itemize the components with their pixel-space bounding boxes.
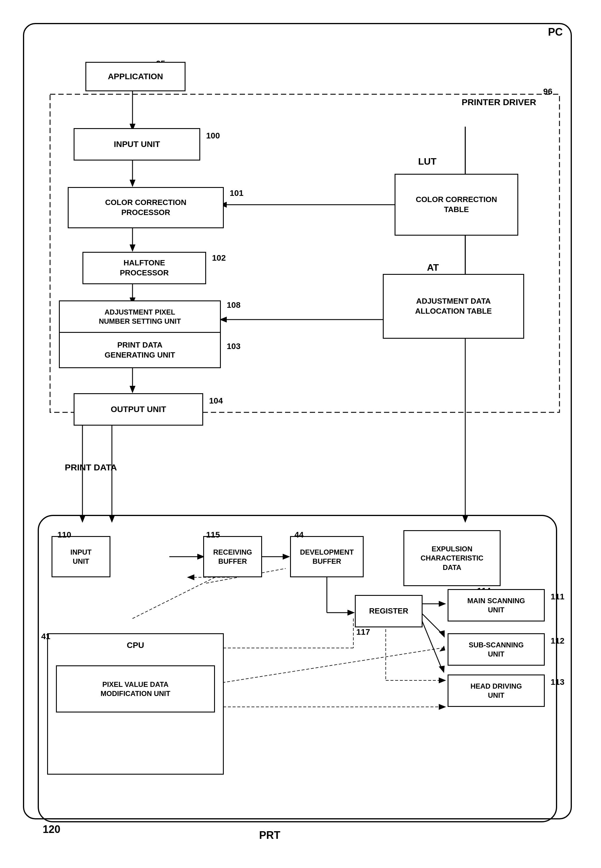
svg-marker-51 [462,516,468,523]
output-unit-box: OUTPUT UNIT [73,393,203,426]
ref-110: 110 [57,530,71,540]
svg-marker-35 [439,666,445,673]
adjustment-pixel-box: ADJUSTMENT PIXEL NUMBER SETTING UNIT [59,301,221,333]
svg-marker-6 [130,180,136,187]
expulsion-characteristic-box: EXPULSION CHARACTERISTIC DATA [403,530,500,586]
svg-line-32 [421,613,442,633]
pixel-value-data-box: PIXEL VALUE DATA MODIFICATION UNIT [56,665,215,712]
svg-marker-20 [79,516,85,523]
ref-113: 113 [551,677,564,687]
svg-marker-44 [439,677,446,683]
ref-108: 108 [227,301,241,310]
ref-111: 111 [551,592,564,601]
prt-label: PRT [259,829,280,842]
svg-marker-33 [439,630,445,638]
print-data-generating-box: PRINT DATA GENERATING UNIT [59,333,221,368]
ref-101: 101 [230,189,244,198]
input-unit-bottom-box: INPUT UNIT [52,536,110,577]
receiving-buffer-box: RECEIVING BUFFER [203,536,262,577]
lut-label: LUT [418,156,436,167]
svg-marker-29 [348,610,355,616]
input-unit-top-box: INPUT UNIT [73,128,200,160]
ref-120: 120 [43,823,60,836]
ref-44: 44 [294,530,304,540]
sub-scanning-box: SUB-SCANNING UNIT [448,633,545,666]
diagram-container: PC 95 APPLICATION PRINTER DRIVER 96 INPU… [0,0,601,868]
main-scanning-box: MAIN SCANNING UNIT [448,589,545,621]
development-buffer-box: DEVELOPMENT BUFFER [290,536,364,577]
svg-marker-48 [439,645,445,651]
at-label: AT [427,262,439,273]
svg-line-36 [133,571,227,619]
ref-102: 102 [212,253,226,263]
adjustment-data-allocation-box: ADJUSTMENT DATA ALLOCATION TABLE [383,274,524,339]
print-data-label: PRINT DATA [65,462,117,473]
application-box: APPLICATION [85,62,186,91]
ref-103: 103 [227,342,241,351]
svg-marker-31 [439,601,446,607]
ref-41: 41 [41,632,50,641]
head-driving-box: HEAD DRIVING UNIT [448,674,545,707]
svg-marker-8 [130,244,136,252]
ref-104: 104 [209,396,223,406]
printer-driver-label: PRINTER DRIVER [462,97,536,107]
ref-117: 117 [356,627,370,637]
ref-112: 112 [551,636,564,645]
svg-marker-46 [439,704,446,710]
svg-marker-12 [130,386,136,393]
register-box: REGISTER [355,595,423,627]
ref-100: 100 [206,131,220,140]
svg-marker-26 [283,554,290,560]
svg-line-34 [421,619,442,668]
cpu-box: CPU PIXEL VALUE DATA MODIFICATION UNIT [47,633,224,775]
ref-96: 96 [543,87,552,96]
halftone-processor-box: HALFTONE PROCESSOR [82,252,206,284]
svg-marker-54 [187,574,194,580]
color-correction-table-box: COLOR CORRECTION TABLE [395,174,518,236]
color-correction-processor-box: COLOR CORRECTION PROCESSOR [68,187,224,228]
pc-label: PC [548,26,563,38]
ref-115: 115 [206,530,220,540]
svg-marker-22 [109,516,115,523]
